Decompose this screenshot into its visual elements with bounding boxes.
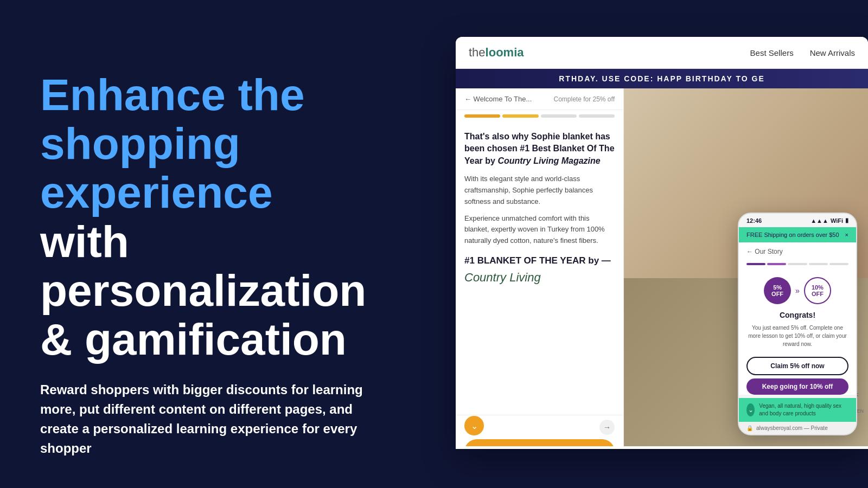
progress-bar-4 (579, 114, 615, 118)
wifi-icon: WiFi (831, 217, 843, 224)
phone-pb-1 (746, 263, 765, 265)
phone-nav: ← Our Story (739, 242, 856, 261)
quiz-text1: With its elegant style and world-class c… (464, 174, 615, 207)
quiz-panel: ← Welcome To The... Complete for 25% off… (456, 88, 624, 446)
phone-content: ← Our Story 5% OFF (739, 242, 856, 395)
phone-icons: ▲▲▲ WiFi ▮ (810, 217, 848, 224)
country-living-text: Country Living (464, 271, 541, 285)
phone-pb-5 (829, 263, 848, 265)
nav-links: Best Sellers New Arrivals (750, 48, 855, 57)
browser-navbar: theloomia Best Sellers New Arrivals (456, 37, 868, 69)
quiz-back-link[interactable]: ← Welcome To The... (464, 95, 532, 103)
quiz-next-arrow[interactable]: → (599, 420, 615, 435)
battery-icon: ▮ (845, 217, 848, 224)
discount-5-sub: OFF (771, 291, 783, 297)
phone-pb-3 (788, 263, 807, 265)
quiz-bottom-arrow[interactable]: ⌄ (464, 416, 484, 435)
site-logo: theloomia (469, 46, 524, 60)
browser-content: ← Welcome To The... Complete for 25% off… (456, 88, 868, 446)
progress-bar-1 (464, 114, 500, 118)
keep-going-button[interactable]: Keep going for 10% off (746, 378, 848, 395)
headline-line3: with personalization (40, 217, 366, 315)
url-text: alwaysberoyal.com — Private (756, 425, 828, 431)
quiz-text2: Experience unmatched comfort with this b… (464, 213, 615, 247)
claim-button[interactable]: Claim 5% off now (746, 357, 848, 375)
progress-bar-2 (502, 114, 538, 118)
discount-10-label: 10% (812, 284, 824, 291)
subtext: Reward shoppers with bigger discounts fo… (40, 380, 376, 458)
headline-line2: shopping experience (40, 119, 273, 217)
phone-time: 12:46 (746, 217, 762, 224)
phone-back-label[interactable]: ← Our Story (746, 248, 783, 255)
congrats-title: Congrats! (739, 309, 856, 322)
nav-best-sellers[interactable]: Best Sellers (750, 48, 794, 57)
browser-mockup: theloomia Best Sellers New Arrivals RTHD… (456, 37, 868, 449)
quiz-progress-bars (456, 110, 623, 122)
discount-5-circle: 5% OFF (764, 277, 791, 304)
quiz-title: That's also why Sophie blanket has been … (464, 131, 615, 167)
discount-10-circle: 10% OFF (804, 277, 831, 304)
headline-line4: & gamification (40, 314, 347, 364)
discount-circles: 5% OFF » 10% OFF (739, 271, 856, 309)
phone-progress-bars (739, 261, 856, 271)
logo-the: the (469, 46, 486, 59)
continue-button[interactable]: Continue → (464, 439, 615, 446)
quiz-complete-label: Complete for 25% off (553, 95, 615, 103)
phone-url-bar: 🔒 alwaysberoyal.com — Private (739, 422, 856, 434)
shipping-close-icon[interactable]: × (845, 232, 848, 238)
phone-pb-2 (767, 263, 786, 265)
quiz-award: #1 BLANKET OF THE YEAR by — (464, 255, 615, 266)
logo-loomia: loomia (486, 46, 524, 59)
birthday-banner: RTHDAY. USE CODE: HAPP BIRTHDAY TO GE (456, 69, 868, 88)
phone-pb-4 (809, 263, 828, 265)
phone-mockup: 12:46 ▲▲▲ WiFi ▮ FREE Shipping on orders… (738, 213, 857, 435)
shipping-bar: FREE Shipping on orders over $50 × (739, 227, 856, 242)
shipping-text: FREE Shipping on orders over $50 (746, 232, 839, 238)
quiz-title-italic: Country Living Magazine (497, 156, 600, 165)
country-living-logo: Country Living (464, 271, 615, 285)
headline-line1: Enhance the (40, 70, 305, 119)
phone-bottom-text: Vegan, all natural, high quality sex and… (759, 402, 848, 418)
product-images: Blank GARDEN 12:46 ▲▲▲ WiFi ▮ FREE Shipp… (624, 88, 868, 446)
congrats-text: You just earned 5% off. Complete one mor… (739, 322, 856, 354)
progress-bar-3 (541, 114, 577, 118)
main-headline: Enhance the shopping experience with per… (40, 70, 409, 364)
discount-10-sub: OFF (812, 291, 824, 297)
nav-new-arrivals[interactable]: New Arrivals (810, 48, 855, 57)
signal-icon: ▲▲▲ (810, 217, 828, 224)
discount-5-label: 5% (773, 284, 782, 291)
phone-bottom-arrow[interactable]: ⌄ (746, 403, 755, 416)
phone-bottom-section: ⌄ Vegan, all natural, high quality sex a… (739, 398, 856, 422)
lock-icon: 🔒 (746, 425, 753, 431)
discount-arrow: » (795, 286, 800, 295)
left-section: Enhance the shopping experience with per… (40, 70, 409, 458)
quiz-body: That's also why Sophie blanket has been … (456, 122, 623, 415)
quiz-header: ← Welcome To The... Complete for 25% off (456, 88, 623, 110)
phone-status-bar: 12:46 ▲▲▲ WiFi ▮ (739, 214, 856, 227)
